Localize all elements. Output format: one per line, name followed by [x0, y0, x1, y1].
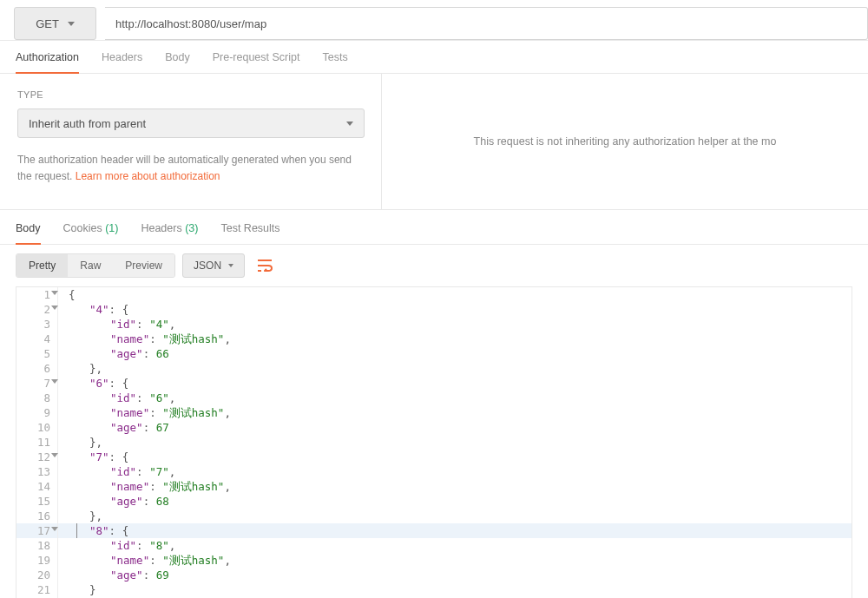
raw-button[interactable]: Raw: [68, 254, 113, 277]
line-number: 11: [16, 435, 58, 450]
http-method-select[interactable]: GET: [14, 7, 96, 40]
tab-body[interactable]: Body: [165, 51, 190, 73]
code-content: "6": {: [58, 376, 128, 391]
code-line: 21}: [16, 582, 852, 597]
code-line: 12"7": {: [16, 450, 852, 464]
response-toolbar: Pretty Raw Preview JSON: [0, 245, 868, 286]
response-tab-body[interactable]: Body: [16, 222, 41, 245]
code-content: },: [58, 435, 102, 450]
code-line: 15"age": 68: [16, 494, 852, 509]
fold-icon[interactable]: [51, 306, 58, 310]
http-method-value: GET: [36, 17, 59, 30]
response-body-editor[interactable]: 1{2"4": {3"id": "4",4"name": "测试hash",5"…: [16, 286, 852, 598]
code-content: {: [58, 287, 76, 302]
line-number: 9: [16, 405, 58, 420]
code-line: 11},: [16, 435, 852, 450]
format-value: JSON: [194, 260, 221, 272]
line-number: 4: [16, 332, 58, 346]
code-line: 1{: [16, 287, 852, 302]
code-line: 13"id": "7",: [16, 464, 852, 479]
tab-tests[interactable]: Tests: [322, 51, 347, 73]
code-content: "name": "测试hash",: [58, 332, 231, 346]
fold-icon[interactable]: [51, 453, 58, 457]
code-content: "name": "测试hash",: [58, 405, 231, 420]
request-bar: GET: [0, 0, 868, 41]
code-line: 18"id": "8",: [16, 538, 852, 553]
code-content: "name": "测试hash",: [58, 479, 231, 494]
chevron-down-icon: [68, 22, 75, 26]
code-content: "age": 69: [58, 568, 169, 582]
code-content: "id": "7",: [58, 464, 175, 479]
auth-type-label: TYPE: [17, 89, 364, 100]
code-line: 9"name": "测试hash",: [16, 405, 852, 420]
tab-authorization[interactable]: Authorization: [16, 51, 79, 74]
line-number: 5: [16, 346, 58, 361]
format-select[interactable]: JSON: [182, 253, 245, 278]
text-cursor: [76, 523, 77, 538]
code-line: 10"age": 67: [16, 420, 852, 435]
code-line: 17"8": {: [16, 523, 852, 538]
line-number: 21: [16, 582, 58, 597]
learn-more-link[interactable]: Learn more about authorization: [76, 170, 220, 182]
fold-icon[interactable]: [51, 527, 58, 531]
code-content: "name": "测试hash",: [58, 553, 231, 568]
code-content: },: [58, 509, 102, 523]
line-number: 8: [16, 391, 58, 405]
response-tab-cookies[interactable]: Cookies (1): [63, 222, 119, 244]
code-content: "id": "4",: [58, 317, 175, 332]
headers-label: Headers: [141, 222, 181, 234]
preview-button[interactable]: Preview: [113, 254, 174, 277]
wrap-lines-button[interactable]: [252, 253, 278, 278]
code-line: 4"name": "测试hash",: [16, 332, 852, 346]
code-content: }: [58, 582, 96, 597]
view-mode-group: Pretty Raw Preview: [16, 253, 175, 278]
chevron-down-icon: [228, 264, 233, 267]
fold-icon[interactable]: [51, 291, 58, 295]
response-tab-headers[interactable]: Headers (3): [141, 222, 198, 244]
line-number: 17: [16, 523, 58, 538]
code-content: "age": 66: [58, 346, 169, 361]
tab-headers[interactable]: Headers: [102, 51, 142, 73]
code-content: "age": 68: [58, 494, 169, 509]
auth-type-value: Inherit auth from parent: [29, 117, 146, 130]
line-number: 7: [16, 376, 58, 391]
code-line: 16},: [16, 509, 852, 523]
headers-count: (3): [185, 222, 198, 234]
cookies-count: (1): [105, 222, 118, 234]
code-line: 19"name": "测试hash",: [16, 553, 852, 568]
code-line: 6},: [16, 361, 852, 376]
fold-icon[interactable]: [51, 379, 58, 384]
code-line: 14"name": "测试hash",: [16, 479, 852, 494]
line-number: 14: [16, 479, 58, 494]
line-number: 16: [16, 509, 58, 523]
code-content: "4": {: [58, 302, 128, 317]
code-line: 5"age": 66: [16, 346, 852, 361]
cookies-label: Cookies: [63, 222, 102, 234]
auth-info-panel: This request is not inheriting any autho…: [382, 74, 868, 209]
code-line: 8"id": "6",: [16, 391, 852, 405]
request-tabs: Authorization Headers Body Pre-request S…: [0, 41, 868, 74]
code-content: "8": {: [58, 523, 128, 538]
url-input[interactable]: [105, 7, 868, 40]
authorization-section: TYPE Inherit auth from parent The author…: [0, 74, 868, 210]
line-number: 18: [16, 538, 58, 553]
response-tab-test-results[interactable]: Test Results: [220, 222, 279, 244]
code-content: "id": "6",: [58, 391, 175, 405]
chevron-down-icon: [346, 122, 353, 126]
auth-description: The authorization header will be automat…: [17, 152, 364, 185]
code-line: 3"id": "4",: [16, 317, 852, 332]
code-content: "age": 67: [58, 420, 169, 435]
tab-prerequest[interactable]: Pre-request Script: [213, 51, 300, 73]
auth-inherit-message: This request is not inheriting any autho…: [474, 135, 777, 148]
line-number: 6: [16, 361, 58, 376]
wrap-icon: [257, 260, 273, 272]
auth-config-panel: TYPE Inherit auth from parent The author…: [0, 74, 382, 209]
line-number: 2: [16, 302, 58, 317]
pretty-button[interactable]: Pretty: [16, 254, 68, 277]
code-content: "id": "8",: [58, 538, 175, 553]
auth-type-select[interactable]: Inherit auth from parent: [17, 108, 365, 138]
line-number: 10: [16, 420, 58, 435]
code-content: },: [58, 361, 102, 376]
line-number: 13: [16, 464, 58, 479]
line-number: 15: [16, 494, 58, 509]
